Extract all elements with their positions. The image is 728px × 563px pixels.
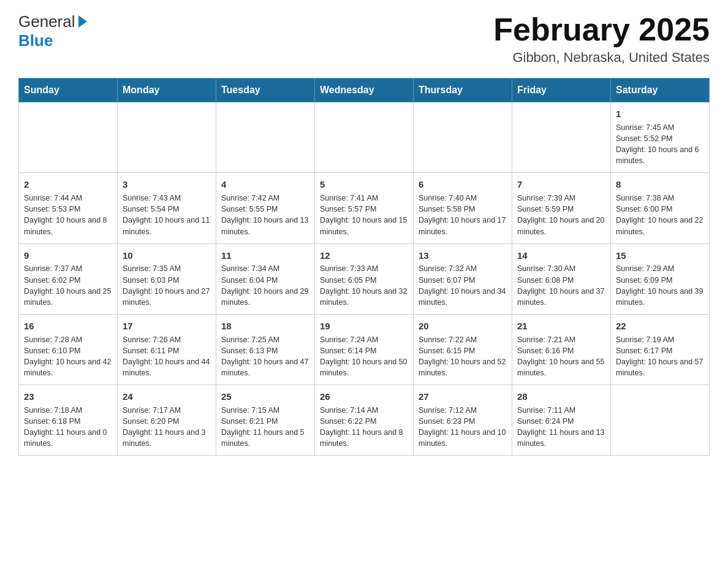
day-info: Sunrise: 7:28 AM Sunset: 6:10 PM Dayligh… bbox=[24, 334, 112, 379]
day-info: Sunrise: 7:14 AM Sunset: 6:22 PM Dayligh… bbox=[320, 405, 408, 450]
day-number: 27 bbox=[419, 390, 507, 404]
day-info: Sunrise: 7:12 AM Sunset: 6:23 PM Dayligh… bbox=[419, 405, 507, 450]
day-number: 3 bbox=[123, 178, 211, 191]
calendar-day-cell: 16Sunrise: 7:28 AM Sunset: 6:10 PM Dayli… bbox=[19, 314, 118, 385]
calendar-table: SundayMondayTuesdayWednesdayThursdayFrid… bbox=[18, 78, 710, 456]
day-info: Sunrise: 7:38 AM Sunset: 6:00 PM Dayligh… bbox=[616, 193, 704, 237]
day-of-week-header: Wednesday bbox=[315, 79, 414, 102]
calendar-header-row: SundayMondayTuesdayWednesdayThursdayFrid… bbox=[19, 79, 710, 102]
day-number: 18 bbox=[221, 320, 309, 333]
day-number: 2 bbox=[24, 178, 112, 191]
day-number: 6 bbox=[419, 178, 507, 191]
calendar-week-row: 1Sunrise: 7:45 AM Sunset: 5:52 PM Daylig… bbox=[19, 102, 710, 173]
calendar-day-cell bbox=[611, 385, 710, 456]
day-of-week-header: Thursday bbox=[414, 79, 512, 102]
day-number: 26 bbox=[320, 390, 408, 404]
day-number: 8 bbox=[616, 178, 704, 191]
day-info: Sunrise: 7:43 AM Sunset: 5:54 PM Dayligh… bbox=[123, 193, 211, 237]
day-number: 14 bbox=[517, 249, 605, 262]
calendar-day-cell: 15Sunrise: 7:29 AM Sunset: 6:09 PM Dayli… bbox=[611, 243, 710, 314]
calendar-day-cell: 8Sunrise: 7:38 AM Sunset: 6:00 PM Daylig… bbox=[611, 173, 710, 243]
day-info: Sunrise: 7:21 AM Sunset: 6:16 PM Dayligh… bbox=[517, 334, 605, 379]
calendar-week-row: 23Sunrise: 7:18 AM Sunset: 6:18 PM Dayli… bbox=[19, 385, 710, 456]
calendar-day-cell bbox=[118, 102, 216, 173]
day-number: 25 bbox=[221, 390, 309, 404]
day-number: 15 bbox=[616, 249, 704, 262]
calendar-day-cell: 27Sunrise: 7:12 AM Sunset: 6:23 PM Dayli… bbox=[414, 385, 512, 456]
day-number: 1 bbox=[616, 107, 704, 121]
calendar-day-cell: 3Sunrise: 7:43 AM Sunset: 5:54 PM Daylig… bbox=[118, 173, 216, 243]
day-info: Sunrise: 7:18 AM Sunset: 6:18 PM Dayligh… bbox=[24, 405, 112, 450]
day-info: Sunrise: 7:30 AM Sunset: 6:08 PM Dayligh… bbox=[517, 263, 605, 308]
calendar-day-cell: 20Sunrise: 7:22 AM Sunset: 6:15 PM Dayli… bbox=[414, 314, 512, 385]
calendar-day-cell: 19Sunrise: 7:24 AM Sunset: 6:14 PM Dayli… bbox=[315, 314, 414, 385]
day-info: Sunrise: 7:35 AM Sunset: 6:03 PM Dayligh… bbox=[123, 263, 211, 308]
calendar-day-cell: 11Sunrise: 7:34 AM Sunset: 6:04 PM Dayli… bbox=[216, 243, 315, 314]
calendar-week-row: 16Sunrise: 7:28 AM Sunset: 6:10 PM Dayli… bbox=[19, 314, 710, 385]
calendar-day-cell: 26Sunrise: 7:14 AM Sunset: 6:22 PM Dayli… bbox=[315, 385, 414, 456]
logo-blue-text: Blue bbox=[18, 31, 53, 50]
day-number: 7 bbox=[517, 178, 605, 191]
calendar-day-cell: 2Sunrise: 7:44 AM Sunset: 5:53 PM Daylig… bbox=[19, 173, 118, 243]
day-info: Sunrise: 7:40 AM Sunset: 5:58 PM Dayligh… bbox=[419, 193, 507, 237]
calendar-day-cell: 21Sunrise: 7:21 AM Sunset: 6:16 PM Dayli… bbox=[512, 314, 611, 385]
calendar-day-cell bbox=[216, 102, 315, 173]
calendar-day-cell: 6Sunrise: 7:40 AM Sunset: 5:58 PM Daylig… bbox=[414, 173, 512, 243]
day-info: Sunrise: 7:41 AM Sunset: 5:57 PM Dayligh… bbox=[320, 193, 408, 237]
day-info: Sunrise: 7:45 AM Sunset: 5:52 PM Dayligh… bbox=[616, 122, 704, 167]
day-number: 4 bbox=[221, 178, 309, 191]
calendar-day-cell: 24Sunrise: 7:17 AM Sunset: 6:20 PM Dayli… bbox=[118, 385, 216, 456]
day-info: Sunrise: 7:22 AM Sunset: 6:15 PM Dayligh… bbox=[419, 334, 507, 379]
day-info: Sunrise: 7:24 AM Sunset: 6:14 PM Dayligh… bbox=[320, 334, 408, 379]
calendar-day-cell: 18Sunrise: 7:25 AM Sunset: 6:13 PM Dayli… bbox=[216, 314, 315, 385]
day-info: Sunrise: 7:37 AM Sunset: 6:02 PM Dayligh… bbox=[24, 263, 112, 308]
logo: General Blue bbox=[18, 12, 87, 50]
day-info: Sunrise: 7:15 AM Sunset: 6:21 PM Dayligh… bbox=[221, 405, 309, 450]
day-info: Sunrise: 7:25 AM Sunset: 6:13 PM Dayligh… bbox=[221, 334, 309, 379]
day-number: 5 bbox=[320, 178, 408, 191]
day-of-week-header: Tuesday bbox=[216, 79, 315, 102]
day-number: 16 bbox=[24, 320, 112, 333]
logo-triangle-icon bbox=[78, 15, 87, 28]
day-info: Sunrise: 7:42 AM Sunset: 5:55 PM Dayligh… bbox=[221, 193, 309, 237]
day-number: 10 bbox=[123, 249, 211, 262]
day-of-week-header: Friday bbox=[512, 79, 611, 102]
day-info: Sunrise: 7:11 AM Sunset: 6:24 PM Dayligh… bbox=[517, 405, 605, 450]
calendar-day-cell: 25Sunrise: 7:15 AM Sunset: 6:21 PM Dayli… bbox=[216, 385, 315, 456]
calendar-day-cell: 9Sunrise: 7:37 AM Sunset: 6:02 PM Daylig… bbox=[19, 243, 118, 314]
calendar-day-cell: 23Sunrise: 7:18 AM Sunset: 6:18 PM Dayli… bbox=[19, 385, 118, 456]
day-number: 20 bbox=[419, 320, 507, 333]
calendar-day-cell bbox=[414, 102, 512, 173]
day-number: 12 bbox=[320, 249, 408, 262]
title-area: February 2025 Gibbon, Nebraska, United S… bbox=[493, 12, 710, 66]
day-number: 24 bbox=[123, 390, 211, 404]
calendar-day-cell: 28Sunrise: 7:11 AM Sunset: 6:24 PM Dayli… bbox=[512, 385, 611, 456]
calendar-day-cell: 17Sunrise: 7:26 AM Sunset: 6:11 PM Dayli… bbox=[118, 314, 216, 385]
day-number: 9 bbox=[24, 249, 112, 262]
page-header: General Blue February 2025 Gibbon, Nebra… bbox=[18, 12, 710, 66]
day-info: Sunrise: 7:17 AM Sunset: 6:20 PM Dayligh… bbox=[123, 405, 211, 450]
day-number: 22 bbox=[616, 320, 704, 333]
day-number: 21 bbox=[517, 320, 605, 333]
calendar-day-cell: 10Sunrise: 7:35 AM Sunset: 6:03 PM Dayli… bbox=[118, 243, 216, 314]
day-number: 23 bbox=[24, 390, 112, 404]
calendar-week-row: 9Sunrise: 7:37 AM Sunset: 6:02 PM Daylig… bbox=[19, 243, 710, 314]
day-of-week-header: Sunday bbox=[19, 79, 118, 102]
calendar-day-cell: 5Sunrise: 7:41 AM Sunset: 5:57 PM Daylig… bbox=[315, 173, 414, 243]
calendar-day-cell: 1Sunrise: 7:45 AM Sunset: 5:52 PM Daylig… bbox=[611, 102, 710, 173]
day-number: 19 bbox=[320, 320, 408, 333]
calendar-day-cell bbox=[315, 102, 414, 173]
day-of-week-header: Monday bbox=[118, 79, 216, 102]
calendar-day-cell bbox=[512, 102, 611, 173]
day-info: Sunrise: 7:32 AM Sunset: 6:07 PM Dayligh… bbox=[419, 263, 507, 308]
day-info: Sunrise: 7:44 AM Sunset: 5:53 PM Dayligh… bbox=[24, 193, 112, 237]
day-number: 28 bbox=[517, 390, 605, 404]
day-info: Sunrise: 7:29 AM Sunset: 6:09 PM Dayligh… bbox=[616, 263, 704, 308]
day-info: Sunrise: 7:33 AM Sunset: 6:05 PM Dayligh… bbox=[320, 263, 408, 308]
calendar-day-cell: 7Sunrise: 7:39 AM Sunset: 5:59 PM Daylig… bbox=[512, 173, 611, 243]
day-info: Sunrise: 7:19 AM Sunset: 6:17 PM Dayligh… bbox=[616, 334, 704, 379]
day-of-week-header: Saturday bbox=[611, 79, 710, 102]
logo-general-text: General bbox=[18, 12, 75, 31]
day-info: Sunrise: 7:39 AM Sunset: 5:59 PM Dayligh… bbox=[517, 193, 605, 237]
month-title: February 2025 bbox=[493, 12, 710, 47]
